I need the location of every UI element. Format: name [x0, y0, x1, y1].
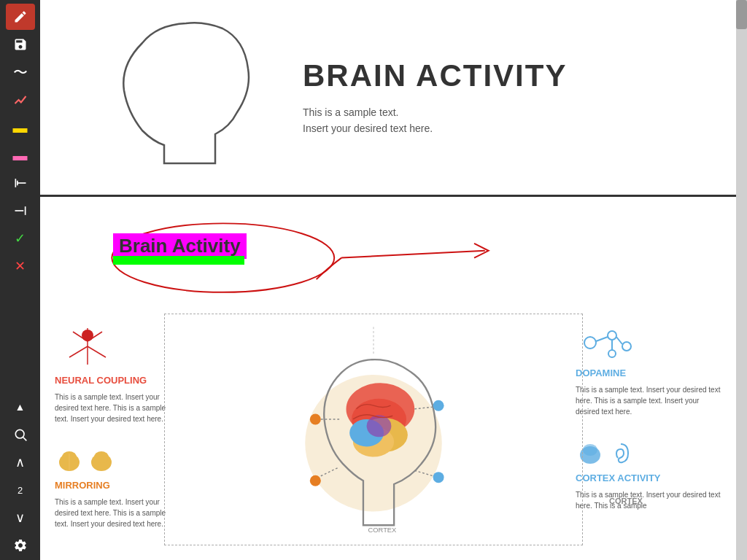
highlighted-text-container: Brain Activity: [113, 233, 247, 259]
slide-bottom: Brain Activity: [40, 197, 736, 560]
main-content: BRAIN ACTIVITY This is a sample text. In…: [40, 0, 736, 560]
slide-subtitle: This is a sample text. Insert your desir…: [303, 104, 567, 137]
head-silhouette: [69, 18, 274, 178]
dopamine-title: DOPAMINE: [576, 368, 721, 378]
text-insert-right-button[interactable]: [6, 198, 35, 224]
zoom-button[interactable]: [6, 421, 35, 448]
cortex-activity-section: CORTEX ACTIVITY This is a sample text. I…: [576, 439, 721, 511]
svg-line-5: [23, 438, 26, 441]
dashed-border: [164, 314, 583, 545]
pen-tool-button[interactable]: [6, 4, 35, 30]
mirroring-title: MIRRORING: [55, 480, 171, 491]
dopamine-text: This is a sample text. Insert your desir…: [576, 384, 721, 417]
svg-point-19: [94, 451, 109, 463]
mirroring-text: This is a sample text. Insert your desir…: [55, 497, 171, 529]
ear-icon: [608, 440, 634, 467]
slide-top: BRAIN ACTIVITY This is a sample text. In…: [40, 0, 736, 197]
info-center: CORTEX: [171, 306, 576, 553]
mirroring-section: MIRRORING This is a sample text. Insert …: [55, 446, 171, 529]
brain-activity-label: Brain Activity: [113, 233, 247, 259]
svg-point-37: [608, 331, 616, 340]
svg-line-10: [69, 346, 88, 357]
cortex-bottom-label: CORTEX: [609, 497, 643, 505]
brain-activity-annotation: Brain Activity: [113, 233, 247, 259]
text-insert-left-button[interactable]: [6, 170, 35, 196]
svg-point-44: [583, 444, 597, 456]
svg-point-4: [15, 429, 24, 438]
svg-rect-2: [24, 206, 26, 215]
highlight-yellow-button[interactable]: ▬: [6, 114, 35, 141]
svg-line-39: [596, 337, 608, 341]
svg-point-41: [608, 350, 616, 357]
dopamine-molecule-icon: [576, 321, 641, 365]
scroll-up-button[interactable]: ▲: [6, 394, 35, 420]
scrollbar-thumb[interactable]: [736, 0, 747, 29]
cortex-activity-text: This is a sample text. Insert your desir…: [576, 489, 721, 511]
neural-coupling-text: This is a sample text. Insert your desir…: [55, 392, 171, 424]
settings-button[interactable]: [6, 532, 35, 559]
wave-tool-button[interactable]: 〜: [6, 59, 35, 85]
dopamine-section: DOPAMINE This is a sample text. Insert y…: [576, 321, 721, 417]
svg-rect-0: [15, 179, 16, 187]
svg-line-11: [88, 346, 106, 357]
line-chart-button[interactable]: [6, 87, 35, 113]
scrollbar[interactable]: [736, 0, 747, 560]
check-button[interactable]: ✓: [6, 225, 35, 252]
cortex-activity-title: CORTEX ACTIVITY: [576, 472, 721, 483]
neural-coupling-section: NEURAL COUPLING This is a sample text. I…: [55, 321, 171, 424]
svg-point-38: [622, 342, 631, 351]
neural-coupling-title: NEURAL COUPLING: [55, 375, 171, 386]
svg-line-7: [341, 251, 485, 258]
slide-title: BRAIN ACTIVITY: [303, 58, 567, 93]
slide-top-text: BRAIN ACTIVITY This is a sample text. In…: [274, 58, 567, 137]
svg-point-36: [584, 337, 596, 349]
neuron-icon: [55, 321, 120, 372]
info-right: DOPAMINE This is a sample text. Insert y…: [576, 306, 721, 553]
save-button[interactable]: [6, 31, 35, 58]
brain-icon-left: [55, 446, 84, 475]
info-left: NEURAL COUPLING This is a sample text. I…: [55, 306, 171, 553]
brain-infographic: NEURAL COUPLING This is a sample text. I…: [40, 299, 736, 560]
page-number: 2: [6, 477, 35, 503]
toolbar: 〜 ▬ ▬ ✓ ✕ ▲ ∧ 2 ∨: [0, 0, 40, 560]
close-button[interactable]: ✕: [6, 253, 35, 279]
page-up-button[interactable]: ∧: [6, 449, 35, 475]
svg-line-40: [616, 337, 622, 344]
page-down-button[interactable]: ∨: [6, 505, 35, 531]
highlight-pink-button[interactable]: ▬: [6, 142, 35, 168]
brain-icon-right: [87, 446, 116, 475]
